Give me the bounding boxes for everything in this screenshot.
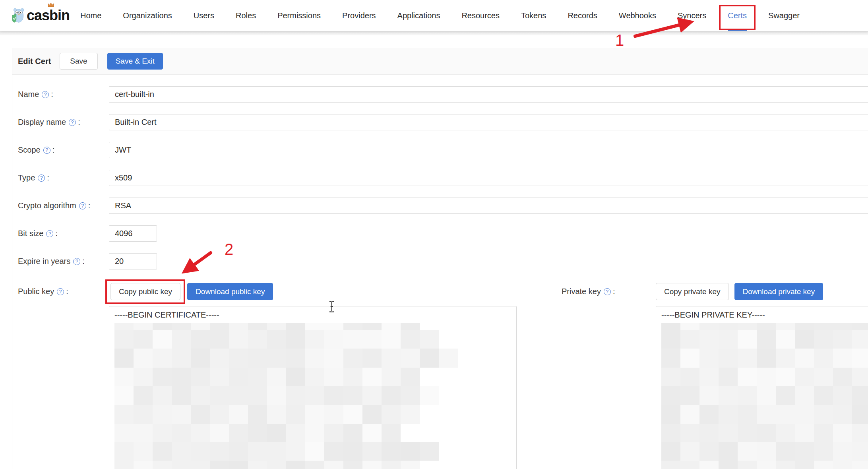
casbin-logo[interactable]: casbin xyxy=(12,4,70,27)
help-icon[interactable]: ? xyxy=(57,288,64,295)
form-row: Display name ? : xyxy=(18,114,868,130)
edit-cert-card: Edit Cert Save Save & Exit Name ? : Disp… xyxy=(12,48,868,469)
crown-icon xyxy=(48,2,54,7)
public-key-redacted-content xyxy=(114,323,511,469)
casbin-mascot-icon xyxy=(12,4,24,27)
private-key-label: Private key ? : xyxy=(562,283,615,300)
nav-item-swagger[interactable]: Swagger xyxy=(758,0,810,31)
page-title: Edit Cert xyxy=(18,57,51,66)
nav-item-users[interactable]: Users xyxy=(183,0,225,31)
annotation-box-certs xyxy=(719,5,756,30)
form-row: Name ? : xyxy=(18,86,868,103)
private-key-redacted-content xyxy=(661,323,868,469)
nav-item-organizations[interactable]: Organizations xyxy=(112,0,182,31)
help-icon[interactable]: ? xyxy=(42,91,49,98)
help-icon[interactable]: ? xyxy=(69,119,76,126)
form-row: Scope ? : xyxy=(18,142,868,158)
scope-input[interactable] xyxy=(109,142,868,158)
public-key-textarea[interactable]: -----BEGIN CERTIFICATE----- xyxy=(109,306,517,469)
download-private-key-button[interactable]: Download private key xyxy=(734,283,823,300)
help-icon[interactable]: ? xyxy=(79,202,86,209)
nav-item-permissions[interactable]: Permissions xyxy=(267,0,331,31)
expire-in-years-input[interactable] xyxy=(109,253,157,269)
public-key-label: Public key ? : xyxy=(18,283,68,300)
copy-private-key-button[interactable]: Copy private key xyxy=(656,283,729,300)
top-navbar: casbin Home Organizations Users Roles Pe… xyxy=(0,0,868,31)
nav-item-records[interactable]: Records xyxy=(557,0,608,31)
crypto-algorithm-input[interactable] xyxy=(109,198,868,214)
form-row: Expire in years ? : xyxy=(18,253,868,269)
nav-item-certs[interactable]: Certs xyxy=(717,0,758,31)
save-and-exit-button[interactable]: Save & Exit xyxy=(107,53,163,70)
help-icon[interactable]: ? xyxy=(73,258,80,265)
nav-item-syncers[interactable]: Syncers xyxy=(667,0,717,31)
type-input[interactable] xyxy=(109,170,868,186)
nav-item-tokens[interactable]: Tokens xyxy=(510,0,557,31)
cert-form: Name ? : Display name ? : Scope ? : Type… xyxy=(12,75,868,269)
save-button[interactable]: Save xyxy=(60,53,97,70)
form-row: Bit size ? : xyxy=(18,225,868,242)
form-row: Type ? : xyxy=(18,170,868,186)
nav-item-applications[interactable]: Applications xyxy=(387,0,451,31)
help-icon[interactable]: ? xyxy=(43,147,50,154)
bit-size-input[interactable] xyxy=(109,225,157,242)
copy-public-key-button[interactable]: Copy public key xyxy=(110,283,180,300)
public-key-first-line: -----BEGIN CERTIFICATE----- xyxy=(114,310,511,320)
card-header: Edit Cert Save Save & Exit xyxy=(12,48,868,75)
casbin-logo-text: casbin xyxy=(27,8,70,23)
navbar-shadow-band xyxy=(0,31,868,35)
private-key-textarea[interactable]: -----BEGIN PRIVATE KEY----- xyxy=(656,306,868,469)
help-icon[interactable]: ? xyxy=(38,174,45,182)
private-key-first-line: -----BEGIN PRIVATE KEY----- xyxy=(661,310,868,320)
form-row: Crypto algorithm ? : xyxy=(18,198,868,214)
nav-item-roles[interactable]: Roles xyxy=(225,0,267,31)
keys-section: Public key ? : Copy public key Download … xyxy=(12,281,868,469)
nav-item-webhooks[interactable]: Webhooks xyxy=(608,0,667,31)
nav-item-resources[interactable]: Resources xyxy=(451,0,510,31)
help-icon[interactable]: ? xyxy=(46,230,53,237)
nav-item-home[interactable]: Home xyxy=(70,0,112,31)
page-root: { "nav": { "logo_text": "casbin", "items… xyxy=(0,0,868,469)
display-name-input[interactable] xyxy=(109,114,868,130)
name-input[interactable] xyxy=(109,86,868,103)
nav-menu: Home Organizations Users Roles Permissio… xyxy=(70,0,810,31)
download-public-key-button[interactable]: Download public key xyxy=(187,283,273,300)
nav-item-providers[interactable]: Providers xyxy=(331,0,386,31)
help-icon[interactable]: ? xyxy=(604,288,611,295)
